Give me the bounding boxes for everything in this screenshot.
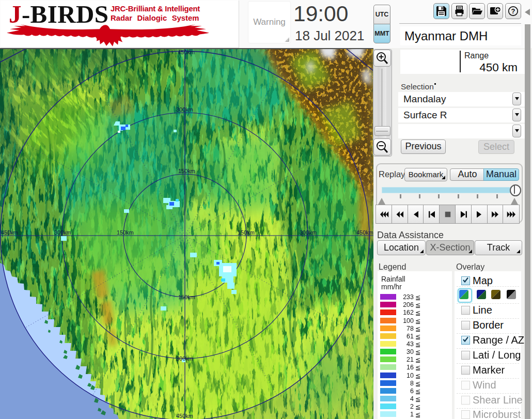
svg-text:450km: 450km	[356, 229, 373, 236]
svg-text:450km: 450km	[178, 49, 195, 55]
svg-text:150km: 150km	[178, 168, 195, 174]
svg-text:450km: 450km	[176, 413, 193, 419]
svg-text:150km: 150km	[117, 229, 134, 236]
svg-text:300km: 300km	[54, 229, 71, 236]
svg-text:300km: 300km	[176, 106, 193, 113]
svg-text:450km: 450km	[1, 229, 18, 236]
svg-text:300km: 300km	[300, 229, 317, 236]
svg-text:?: ?	[511, 7, 515, 15]
svg-text:300km: 300km	[176, 355, 193, 362]
svg-text:150km: 150km	[178, 294, 195, 300]
svg-text:150km: 150km	[238, 229, 255, 236]
